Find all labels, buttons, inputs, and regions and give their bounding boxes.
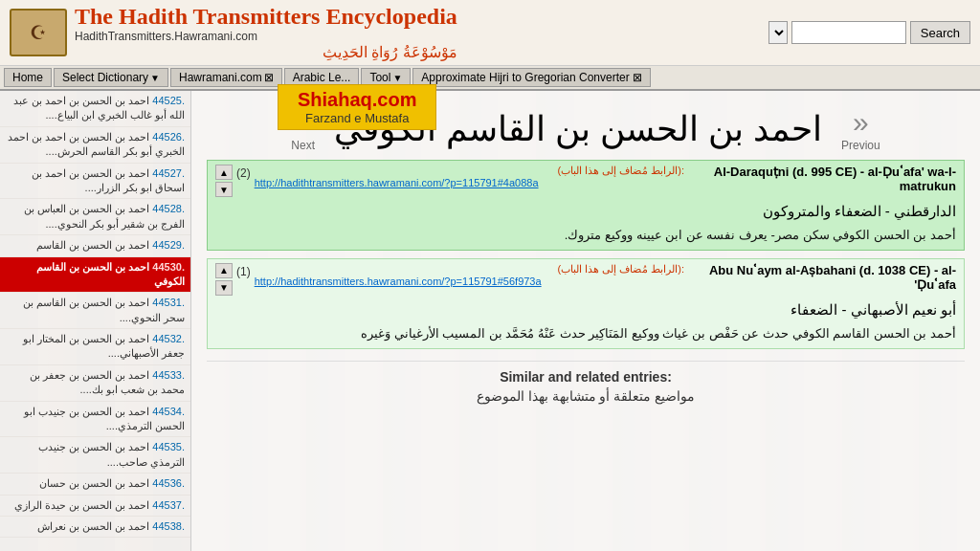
sidebar-item-num: 44533.	[152, 369, 185, 381]
source-block-2: ▲ ▼ (1) :(الرابط مُضاف إلى هذا الباب) ht…	[207, 258, 965, 349]
source-header-2: ▲ ▼ (1) :(الرابط مُضاف إلى هذا الباب) ht…	[208, 259, 964, 299]
sidebar-item-num: 44529.	[152, 239, 185, 251]
nav-home[interactable]: Home	[4, 68, 52, 87]
source-block-1: ▲ ▼ (2) :(الرابط مُضاف إلى هذا الباب) ht…	[207, 160, 965, 251]
sidebar-item[interactable]: 44531. احمد بن الحسن بن القاسم بن سحر ال…	[0, 293, 190, 329]
sidebar-item-num: 44534.	[152, 406, 185, 417]
sidebar-item[interactable]: 44525. احمد بن الحسن بن احمد بن عبد الله…	[0, 91, 190, 127]
search-select[interactable]: ▼	[768, 21, 788, 44]
header-right: ▼ Search	[768, 21, 970, 44]
nav-select-dictionary[interactable]: Select Dictionary ▼	[54, 68, 168, 87]
sidebar-item[interactable]: 44533. احمد بن الحسن بن جعفر بن محمد بن …	[0, 365, 190, 402]
content-area: 44525. احمد بن الحسن بن احمد بن عبد الله…	[0, 91, 980, 551]
source-num-2: (1)	[236, 263, 251, 278]
source-controls-2: ▲ ▼	[215, 263, 233, 296]
arabic-site-title: مَوْسُوْعَةُ رُوَاةِ الحَدِيثِ	[75, 43, 457, 61]
header-titles: The Hadith Transmitters Encyclopedia Had…	[75, 4, 457, 61]
sidebar-item[interactable]: 44529. احمد بن الحسن بن القاسم	[0, 235, 190, 256]
sidebar-item-num: 44536.	[152, 477, 185, 489]
permalink-label-1: :(الرابط مُضاف إلى هذا الباب)	[255, 165, 684, 177]
left-arrow-icon: «	[853, 106, 869, 139]
sidebar-item-num: 44526.	[152, 131, 185, 143]
shiahaq-subtitle: Farzand e Mustafa	[298, 111, 416, 125]
similar-title: Similar and related entries:	[214, 369, 957, 385]
site-title: The Hadith Transmitters Encyclopedia	[75, 4, 457, 30]
chevron-down-icon: ▼	[150, 73, 160, 83]
source-num-1: (2)	[236, 165, 251, 180]
source-link-1: :(الرابط مُضاف إلى هذا الباب) http://had…	[255, 165, 684, 188]
sidebar-item-num: 44528.	[152, 203, 185, 214]
sidebar-item[interactable]: 44526. احمد بن الحسن بن احمد بن احمد الخ…	[0, 127, 190, 164]
shiahaq-banner: Shiahaq.com Farzand e Mustafa	[278, 84, 436, 130]
nav-hijri-converter[interactable]: Approximate Hijri to Gregorian Converter…	[412, 68, 651, 87]
collapse-button-2[interactable]: ▼	[215, 280, 233, 296]
sidebar-item[interactable]: 44532. احمد بن الحسن بن المختار ابو جعفر…	[0, 329, 190, 365]
sidebar-item-num: 44538.	[152, 520, 185, 532]
expand-button-2[interactable]: ▲	[215, 263, 233, 278]
source-title-ar-2: أبو نعيم الأصبهاني - الضعفاء	[208, 299, 964, 320]
sidebar-item-num: 44532.	[152, 333, 185, 344]
permalink-label-2: :(الرابط مُضاف إلى هذا الباب)	[255, 263, 684, 276]
source-title-en-2: Abu Nuʿaym al-Aṣbahani (d. 1038 CE) - al…	[688, 263, 956, 292]
site-url: HadithTransmitters.Hawramani.com	[75, 30, 457, 43]
sidebar-item-num: 44525.	[152, 95, 185, 106]
source-header-1: ▲ ▼ (2) :(الرابط مُضاف إلى هذا الباب) ht…	[208, 161, 964, 201]
sidebar-item[interactable]: 44537. احمد بن الحسن بن حيدة الرازي	[0, 496, 190, 517]
sidebar-item[interactable]: 44534. احمد بن الحسن بن جنيدب ابو الحسن …	[0, 402, 190, 438]
collapse-button-1[interactable]: ▼	[215, 182, 233, 197]
sidebar-item[interactable]: 44535. احمد بن الحسن بن جنيدب الترمذي صا…	[0, 437, 190, 474]
source-title-en-1: Al-Daraquṭni (d. 995 CE) - al-Ḍuʿafa' wa…	[688, 165, 956, 193]
permalink-url-2[interactable]: http://hadithtransmitters.hawramani.com/…	[255, 276, 542, 287]
prev-button[interactable]: « Previou	[841, 106, 880, 152]
sidebar-item[interactable]: 44527. احمد بن الحسن بن احمد بن اسحاق اب…	[0, 164, 190, 200]
nav-hawramani[interactable]: Hawramani.com ⊠	[170, 68, 282, 87]
source-text-1: أحمد بن الحسن الكوفي سكن مصر- يعرف نفسه …	[208, 222, 964, 250]
source-link-2: :(الرابط مُضاف إلى هذا الباب) http://had…	[255, 263, 684, 287]
sidebar-item[interactable]: 44538. احمد بن الحسن بن نعراش	[0, 517, 190, 538]
source-controls-1: ▲ ▼	[215, 165, 233, 197]
sidebar-item-num: 44530.	[152, 261, 185, 273]
expand-button-1[interactable]: ▲	[215, 165, 233, 180]
chevron-down-icon-2: ▼	[392, 73, 402, 83]
search-button[interactable]: Search	[910, 21, 970, 44]
sidebar-item-num: 44527.	[152, 167, 185, 179]
sidebar-item[interactable]: 44536. احمد بن الحسن بن حسان	[0, 474, 190, 495]
sidebar: 44525. احمد بن الحسن بن احمد بن عبد الله…	[0, 91, 191, 551]
sidebar-item[interactable]: 44530. احمد بن الحسن بن القاسم الكوفي	[0, 257, 190, 294]
similar-arabic: مواضيع متعلقة أو متشابهة بهذا الموضوع	[214, 388, 957, 404]
sidebar-item-num: 44535.	[152, 441, 185, 452]
sidebar-item-num: 44531.	[152, 297, 185, 308]
navbar: Home Select Dictionary ▼ Hawramani.com ⊠…	[0, 66, 980, 91]
shiahaq-title: Shiahaq.com	[298, 89, 416, 111]
sidebar-item-num: 44537.	[152, 499, 185, 511]
source-title-ar-1: الدارقطني - الضعفاء والمتروكون	[208, 201, 964, 222]
sidebar-item[interactable]: 44528. احمد بن الحسن بن العباس بن الفرج …	[0, 199, 190, 235]
main-content: « Previou احمد بن الحسن بن القاسم الكوفي…	[191, 91, 980, 551]
similar-section: Similar and related entries: مواضيع متعل…	[207, 361, 965, 411]
site-logo: ☪	[10, 9, 67, 56]
source-text-2: أحمد بن الحسن القاسم الكوفي حدث عن حَفْص…	[208, 320, 964, 348]
header: ☪ The Hadith Transmitters Encyclopedia H…	[0, 0, 980, 66]
header-left: ☪ The Hadith Transmitters Encyclopedia H…	[10, 4, 457, 61]
permalink-url-1[interactable]: http://hadithtransmitters.hawramani.com/…	[255, 177, 539, 188]
search-input[interactable]	[791, 21, 906, 44]
